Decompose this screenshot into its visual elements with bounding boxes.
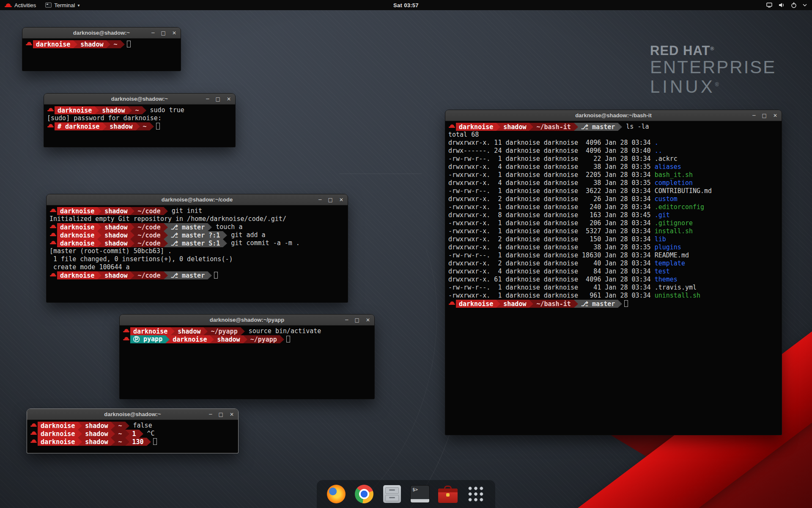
prompt-segment-user: darknoise xyxy=(57,207,97,215)
terminal-line: [sudo] password for darknoise: xyxy=(47,114,232,122)
power-icon[interactable] xyxy=(790,2,797,8)
terminal-line: create mode 100644 a xyxy=(49,263,345,271)
maximize-button[interactable]: □ xyxy=(161,28,166,39)
redhat-prompt-icon xyxy=(30,438,38,446)
minimize-button[interactable]: ─ xyxy=(752,110,755,121)
minimize-button[interactable]: ─ xyxy=(209,409,212,420)
close-button[interactable]: ✕ xyxy=(230,409,234,420)
redhat-prompt-icon xyxy=(47,122,55,130)
prompt-segment-path: ~/code xyxy=(134,223,163,231)
minimize-button[interactable]: ─ xyxy=(206,94,209,105)
powerline-separator xyxy=(203,327,208,335)
prompt-segment-host: shadow xyxy=(102,239,130,247)
app-menu-terminal[interactable]: Terminal ▾ xyxy=(41,0,84,10)
terminal-text: 1 file changed, 0 insertions(+), 0 delet… xyxy=(49,255,233,263)
firefox-icon[interactable] xyxy=(326,484,346,504)
powerline-separator xyxy=(128,106,132,114)
prompt-segment-host: shadow xyxy=(500,300,529,308)
chrome-icon[interactable] xyxy=(354,484,374,504)
window-title: darknoise@shadow:~/code xyxy=(47,196,348,203)
terminal-line: darknoiseshadow~/code⎇ master ?:1 git ad… xyxy=(49,231,345,239)
show-applications-icon[interactable] xyxy=(466,484,486,504)
powerline-separator xyxy=(208,271,212,279)
close-button[interactable]: ✕ xyxy=(172,28,176,39)
terminal-bezel-decoration xyxy=(411,499,429,502)
terminal-window-home-small: darknoise@shadow:~ ─ □ ✕ darknoiseshadow… xyxy=(22,28,181,71)
terminal-text: drwx------. 24 darknoise darknoise 4096 … xyxy=(448,147,655,155)
maximize-button[interactable]: □ xyxy=(219,409,223,420)
powerline-separator xyxy=(210,335,214,343)
terminal-content[interactable]: darknoiseshadow~ falsedarknoiseshadow~1 … xyxy=(27,420,238,453)
terminal-text: drwxrwxr-x. 2 darknoise darknoise 26 Jan… xyxy=(448,195,655,203)
terminal-content[interactable]: darknoiseshadow~ sudo true[sudo] passwor… xyxy=(44,105,235,147)
volume-icon[interactable] xyxy=(778,2,785,8)
terminal-cursor xyxy=(156,123,160,130)
close-button[interactable]: ✕ xyxy=(227,94,231,105)
terminal-text: .. xyxy=(655,147,662,155)
terminal-content[interactable]: darknoiseshadow~/bash-it⎇ master ls -lat… xyxy=(445,121,782,435)
maximize-button[interactable]: □ xyxy=(355,315,359,326)
prompt-segment-path: ~/code xyxy=(134,239,163,247)
window-titlebar[interactable]: darknoise@shadow:~/pyapp ─ □ ✕ xyxy=(120,315,374,326)
terminal-line: drwxrwxr-x. 4 darknoise darknoise 84 Jan… xyxy=(448,268,779,276)
close-button[interactable]: ✕ xyxy=(339,194,343,205)
terminal-text: template xyxy=(655,260,685,268)
prompt-segment-user: darknoise xyxy=(456,123,496,131)
terminal-text: drwxrwxr-x. 4 darknoise darknoise 84 Jan… xyxy=(448,268,655,276)
terminal-line: darknoiseshadow~ false xyxy=(30,422,235,430)
close-button[interactable]: ✕ xyxy=(366,315,370,326)
powerline-separator xyxy=(280,335,284,343)
terminal-content[interactable]: darknoiseshadow~/pyapp source bin/activa… xyxy=(120,326,374,399)
redhat-prompt-icon xyxy=(49,239,57,247)
window-titlebar[interactable]: darknoise@shadow:~ ─ □ ✕ xyxy=(27,409,238,420)
terminal-text: -rw-rw-r--. 1 darknoise darknoise 18630 … xyxy=(448,251,655,260)
prompt-segment-host: shadow xyxy=(107,122,135,130)
powerline-separator xyxy=(130,271,134,279)
clock[interactable]: Sat 03:57 xyxy=(393,2,419,8)
minimize-button[interactable]: ─ xyxy=(345,315,348,326)
powerline-separator xyxy=(97,223,102,231)
terminal-text: . xyxy=(655,139,658,147)
powerline-separator xyxy=(125,422,129,430)
window-titlebar[interactable]: darknoise@shadow:~/bash-it ─ □ ✕ xyxy=(445,110,782,121)
registered-mark: ® xyxy=(710,46,714,52)
terminal-content[interactable]: darknoiseshadow~/code git initInitialize… xyxy=(47,205,348,302)
terminal-app-icon[interactable]: $> xyxy=(410,484,430,504)
terminal-line: darknoiseshadow~ xyxy=(25,40,178,48)
files-icon[interactable] xyxy=(382,484,402,504)
terminal-screen-decoration: $> xyxy=(410,485,430,503)
maximize-button[interactable]: □ xyxy=(762,110,767,121)
prompt-segment-host: shadow xyxy=(175,327,203,335)
chevron-down-icon[interactable] xyxy=(803,3,807,7)
window-titlebar[interactable]: darknoise@shadow:~ ─ □ ✕ xyxy=(22,28,181,39)
powerline-separator xyxy=(618,300,622,308)
terminal-line: -rwxrwxr-x. 1 darknoise darknoise 961 Ja… xyxy=(448,292,779,300)
close-button[interactable]: ✕ xyxy=(773,110,777,121)
maximize-button[interactable]: □ xyxy=(328,194,333,205)
prompt-segment-path: ~/code xyxy=(134,231,163,239)
window-titlebar[interactable]: darknoise@shadow:~/code ─ □ ✕ xyxy=(47,194,348,205)
powerline-separator xyxy=(147,438,151,446)
redhat-prompt-icon xyxy=(49,223,57,231)
display-icon[interactable] xyxy=(766,2,773,8)
terminal-text: CONTRIBUTING.md xyxy=(655,187,712,195)
terminal-cursor xyxy=(127,41,131,47)
terminal-line: drwxrwxr-x. 2 darknoise darknoise 40 Jan… xyxy=(448,260,779,268)
window-titlebar[interactable]: darknoise@shadow:~ ─ □ ✕ xyxy=(44,94,235,105)
app-menu-label: Terminal xyxy=(54,2,75,8)
maximize-button[interactable]: □ xyxy=(216,94,220,105)
terminal-text: -rwxrwxr-x. 1 darknoise darknoise 5327 J… xyxy=(448,227,655,235)
terminal-text: drwxrwxr-x. 11 darknoise darknoise 4096 … xyxy=(448,139,655,147)
terminal-text: README.md xyxy=(655,251,689,260)
powerline-separator xyxy=(130,207,134,215)
terminal-text: aliases xyxy=(655,163,681,171)
powerline-separator xyxy=(106,40,110,48)
minimize-button[interactable]: ─ xyxy=(318,194,321,205)
terminal-text: .git xyxy=(655,211,670,219)
activities-button[interactable]: Activities xyxy=(0,0,41,10)
prompt-segment-status: 130 xyxy=(129,438,147,446)
terminal-content[interactable]: darknoiseshadow~ xyxy=(22,39,181,71)
terminal-text: bash_it.sh xyxy=(655,171,693,179)
toolbox-icon[interactable] xyxy=(438,484,458,504)
minimize-button[interactable]: ─ xyxy=(151,28,154,39)
